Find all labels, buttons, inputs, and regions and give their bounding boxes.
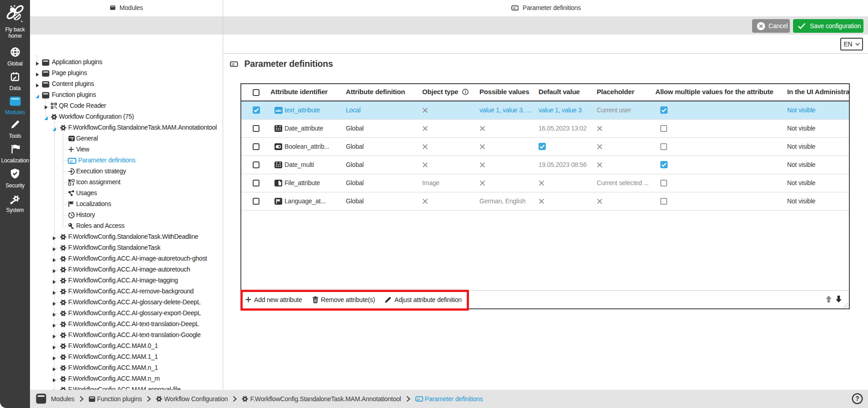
svg-text:12: 12 bbox=[69, 160, 73, 163]
svg-text:?: ? bbox=[855, 395, 859, 402]
svg-text:ABC: ABC bbox=[275, 109, 282, 112]
svg-text:12: 12 bbox=[513, 7, 516, 10]
svg-text:12: 12 bbox=[417, 398, 420, 401]
svg-text:12: 12 bbox=[231, 63, 234, 66]
